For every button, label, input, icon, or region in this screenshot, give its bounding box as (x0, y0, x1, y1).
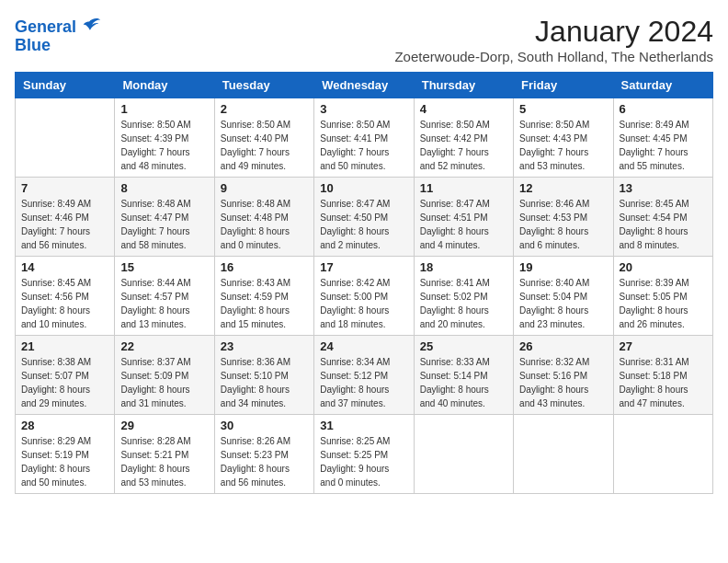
header-monday: Monday (115, 73, 214, 98)
calendar-cell: 13Sunrise: 8:45 AMSunset: 4:54 PMDayligh… (613, 178, 712, 257)
calendar-cell: 14Sunrise: 8:45 AMSunset: 4:56 PMDayligh… (16, 257, 115, 336)
day-info: Sunrise: 8:37 AMSunset: 5:09 PMDaylight:… (120, 355, 208, 410)
day-info: Sunrise: 8:34 AMSunset: 5:12 PMDaylight:… (320, 355, 407, 410)
calendar-header-row: SundayMondayTuesdayWednesdayThursdayFrid… (16, 73, 713, 98)
day-number: 24 (320, 339, 407, 353)
day-number: 20 (620, 260, 707, 274)
calendar-cell: 12Sunrise: 8:46 AMSunset: 4:53 PMDayligh… (514, 178, 613, 257)
calendar-cell: 5Sunrise: 8:50 AMSunset: 4:43 PMDaylight… (514, 98, 613, 178)
day-info: Sunrise: 8:42 AMSunset: 5:00 PMDaylight:… (320, 276, 407, 331)
day-number: 27 (620, 339, 707, 353)
day-number: 31 (320, 419, 407, 432)
header-wednesday: Wednesday (314, 73, 414, 98)
day-info: Sunrise: 8:33 AMSunset: 5:14 PMDaylight:… (420, 355, 507, 410)
calendar-cell: 26Sunrise: 8:32 AMSunset: 5:16 PMDayligh… (514, 336, 613, 415)
calendar-week-row: 28Sunrise: 8:29 AMSunset: 5:19 PMDayligh… (16, 415, 713, 494)
day-number: 26 (519, 339, 607, 353)
calendar-cell (514, 415, 613, 494)
day-number: 17 (320, 260, 407, 274)
day-number: 7 (21, 181, 108, 195)
page-header: General Blue January 2024 Zoeterwoude-Do… (15, 15, 713, 64)
day-info: Sunrise: 8:47 AMSunset: 4:50 PMDaylight:… (320, 197, 407, 252)
day-number: 6 (620, 102, 707, 116)
calendar-week-row: 1Sunrise: 8:50 AMSunset: 4:39 PMDaylight… (16, 98, 713, 178)
day-info: Sunrise: 8:26 AMSunset: 5:23 PMDaylight:… (221, 434, 308, 489)
calendar-cell: 22Sunrise: 8:37 AMSunset: 5:09 PMDayligh… (115, 336, 214, 415)
calendar-cell: 3Sunrise: 8:50 AMSunset: 4:41 PMDaylight… (314, 98, 414, 178)
day-info: Sunrise: 8:39 AMSunset: 5:05 PMDaylight:… (620, 276, 707, 331)
day-number: 8 (120, 181, 208, 195)
day-info: Sunrise: 8:28 AMSunset: 5:21 PMDaylight:… (120, 434, 208, 489)
calendar-cell: 20Sunrise: 8:39 AMSunset: 5:05 PMDayligh… (613, 257, 712, 336)
month-title: January 2024 (394, 15, 713, 49)
day-info: Sunrise: 8:50 AMSunset: 4:40 PMDaylight:… (221, 118, 308, 173)
calendar-cell: 8Sunrise: 8:48 AMSunset: 4:47 PMDaylight… (115, 178, 214, 257)
day-info: Sunrise: 8:45 AMSunset: 4:54 PMDaylight:… (620, 197, 707, 252)
header-tuesday: Tuesday (214, 73, 313, 98)
calendar-table: SundayMondayTuesdayWednesdayThursdayFrid… (15, 72, 713, 494)
day-info: Sunrise: 8:32 AMSunset: 5:16 PMDaylight:… (519, 355, 607, 410)
calendar-cell (16, 98, 115, 178)
calendar-cell: 4Sunrise: 8:50 AMSunset: 4:42 PMDaylight… (414, 98, 513, 178)
day-number: 25 (420, 339, 507, 353)
calendar-cell (414, 415, 513, 494)
calendar-cell: 10Sunrise: 8:47 AMSunset: 4:50 PMDayligh… (314, 178, 414, 257)
calendar-cell: 16Sunrise: 8:43 AMSunset: 4:59 PMDayligh… (214, 257, 313, 336)
day-info: Sunrise: 8:49 AMSunset: 4:45 PMDaylight:… (620, 118, 707, 173)
day-info: Sunrise: 8:45 AMSunset: 4:56 PMDaylight:… (21, 276, 108, 331)
day-info: Sunrise: 8:47 AMSunset: 4:51 PMDaylight:… (420, 197, 507, 252)
day-info: Sunrise: 8:48 AMSunset: 4:48 PMDaylight:… (221, 197, 308, 252)
calendar-cell: 11Sunrise: 8:47 AMSunset: 4:51 PMDayligh… (414, 178, 513, 257)
day-info: Sunrise: 8:49 AMSunset: 4:46 PMDaylight:… (21, 197, 108, 252)
calendar-cell: 19Sunrise: 8:40 AMSunset: 5:04 PMDayligh… (514, 257, 613, 336)
day-info: Sunrise: 8:31 AMSunset: 5:18 PMDaylight:… (620, 355, 707, 410)
logo-bird-icon (76, 15, 102, 40)
day-info: Sunrise: 8:48 AMSunset: 4:47 PMDaylight:… (120, 197, 208, 252)
day-number: 3 (320, 102, 407, 116)
day-number: 4 (420, 102, 507, 116)
day-number: 18 (420, 260, 507, 274)
day-info: Sunrise: 8:29 AMSunset: 5:19 PMDaylight:… (21, 434, 108, 489)
calendar-cell: 1Sunrise: 8:50 AMSunset: 4:39 PMDaylight… (115, 98, 214, 178)
day-number: 16 (221, 260, 308, 274)
location-subtitle: Zoeterwoude-Dorp, South Holland, The Net… (394, 49, 713, 64)
day-info: Sunrise: 8:50 AMSunset: 4:41 PMDaylight:… (320, 118, 407, 173)
calendar-cell: 17Sunrise: 8:42 AMSunset: 5:00 PMDayligh… (314, 257, 414, 336)
day-info: Sunrise: 8:41 AMSunset: 5:02 PMDaylight:… (420, 276, 507, 331)
day-number: 30 (221, 419, 308, 432)
day-number: 21 (21, 339, 108, 353)
day-info: Sunrise: 8:50 AMSunset: 4:42 PMDaylight:… (420, 118, 507, 173)
calendar-week-row: 14Sunrise: 8:45 AMSunset: 4:56 PMDayligh… (16, 257, 713, 336)
calendar-week-row: 21Sunrise: 8:38 AMSunset: 5:07 PMDayligh… (16, 336, 713, 415)
calendar-cell: 9Sunrise: 8:48 AMSunset: 4:48 PMDaylight… (214, 178, 313, 257)
day-info: Sunrise: 8:25 AMSunset: 5:25 PMDaylight:… (320, 434, 407, 489)
day-number: 10 (320, 181, 407, 195)
day-number: 22 (120, 339, 208, 353)
day-number: 2 (221, 102, 308, 116)
calendar-cell: 24Sunrise: 8:34 AMSunset: 5:12 PMDayligh… (314, 336, 414, 415)
header-thursday: Thursday (414, 73, 513, 98)
calendar-cell: 18Sunrise: 8:41 AMSunset: 5:02 PMDayligh… (414, 257, 513, 336)
day-number: 5 (519, 102, 607, 116)
header-sunday: Sunday (16, 73, 115, 98)
day-info: Sunrise: 8:43 AMSunset: 4:59 PMDaylight:… (221, 276, 308, 331)
calendar-cell: 2Sunrise: 8:50 AMSunset: 4:40 PMDaylight… (214, 98, 313, 178)
calendar-cell: 15Sunrise: 8:44 AMSunset: 4:57 PMDayligh… (115, 257, 214, 336)
day-number: 23 (221, 339, 308, 353)
calendar-cell: 28Sunrise: 8:29 AMSunset: 5:19 PMDayligh… (16, 415, 115, 494)
day-number: 9 (221, 181, 308, 195)
logo-text-general: General (15, 18, 76, 37)
day-info: Sunrise: 8:46 AMSunset: 4:53 PMDaylight:… (519, 197, 607, 252)
day-number: 15 (120, 260, 208, 274)
calendar-cell: 25Sunrise: 8:33 AMSunset: 5:14 PMDayligh… (414, 336, 513, 415)
day-number: 1 (120, 102, 208, 116)
day-number: 29 (120, 419, 208, 432)
calendar-week-row: 7Sunrise: 8:49 AMSunset: 4:46 PMDaylight… (16, 178, 713, 257)
day-info: Sunrise: 8:50 AMSunset: 4:43 PMDaylight:… (519, 118, 607, 173)
logo: General Blue (15, 15, 102, 55)
calendar-cell: 31Sunrise: 8:25 AMSunset: 5:25 PMDayligh… (314, 415, 414, 494)
calendar-cell (613, 415, 712, 494)
calendar-cell: 21Sunrise: 8:38 AMSunset: 5:07 PMDayligh… (16, 336, 115, 415)
day-number: 13 (620, 181, 707, 195)
day-number: 14 (21, 260, 108, 274)
